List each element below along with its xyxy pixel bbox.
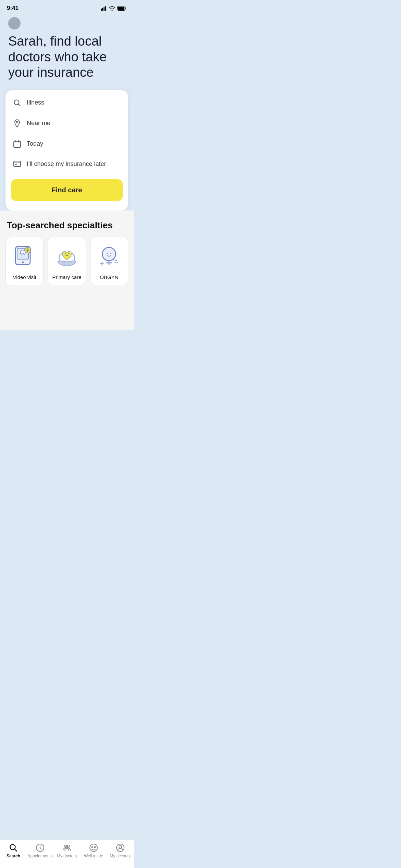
specialty-card-video-visit[interactable]: Video visit (5, 237, 44, 285)
date-search-row[interactable]: Today (5, 134, 128, 154)
video-visit-icon (11, 243, 38, 271)
specialty-label-video-visit: Video visit (13, 274, 36, 280)
svg-point-34 (116, 260, 117, 261)
svg-rect-15 (15, 164, 17, 165)
avatar (8, 17, 21, 29)
svg-rect-9 (14, 141, 21, 147)
insurance-icon (12, 161, 22, 167)
obgyn-icon (95, 243, 123, 271)
svg-rect-5 (118, 7, 124, 10)
status-bar: 9:41 (0, 0, 134, 14)
illness-input[interactable]: Illness (27, 99, 44, 106)
specialty-card-primary-care[interactable]: Primary care (48, 237, 86, 285)
svg-point-19 (22, 252, 22, 252)
battery-icon (117, 6, 127, 11)
main-content: Top-searched specialties Video (0, 210, 134, 330)
specialties-row: Video visit Primary care (0, 237, 134, 292)
search-icon (12, 99, 22, 107)
svg-point-28 (107, 252, 108, 254)
svg-rect-3 (105, 6, 106, 11)
find-care-button[interactable]: Find care (11, 179, 123, 201)
wifi-icon (109, 6, 115, 11)
header-area: Sarah, find local doctors who take your … (0, 14, 134, 90)
svg-rect-0 (101, 9, 102, 11)
header-title: Sarah, find local doctors who take your … (8, 34, 125, 81)
svg-point-26 (68, 253, 69, 254)
illness-search-row[interactable]: Illness (5, 93, 128, 113)
location-icon (12, 119, 22, 128)
insurance-input[interactable]: I'll choose my insurance later (27, 160, 106, 168)
location-input[interactable]: Near me (27, 120, 50, 127)
specialties-section-title: Top-searched specialties (0, 220, 134, 237)
svg-point-27 (102, 247, 116, 261)
svg-rect-2 (104, 7, 105, 11)
signal-icon (101, 6, 107, 11)
svg-point-36 (114, 262, 116, 263)
calendar-icon (12, 140, 22, 148)
svg-point-25 (65, 253, 66, 254)
location-search-row[interactable]: Near me (5, 113, 128, 134)
svg-point-20 (23, 252, 24, 252)
status-time: 9:41 (7, 5, 19, 12)
svg-rect-13 (14, 161, 21, 167)
svg-point-24 (22, 261, 24, 263)
svg-line-7 (19, 104, 20, 106)
specialty-label-primary-care: Primary care (52, 274, 81, 280)
primary-care-icon (53, 243, 81, 271)
specialty-label-obgyn: OBGYN (100, 274, 118, 280)
date-input[interactable]: Today (27, 140, 43, 147)
svg-point-35 (117, 262, 118, 263)
status-icons (101, 6, 127, 11)
search-card: Illness Near me Today (5, 90, 128, 210)
svg-point-29 (110, 252, 112, 254)
svg-rect-1 (102, 8, 103, 11)
specialty-card-obgyn[interactable]: OBGYN (90, 237, 128, 285)
svg-point-8 (16, 121, 18, 123)
insurance-search-row[interactable]: I'll choose my insurance later (5, 154, 128, 174)
